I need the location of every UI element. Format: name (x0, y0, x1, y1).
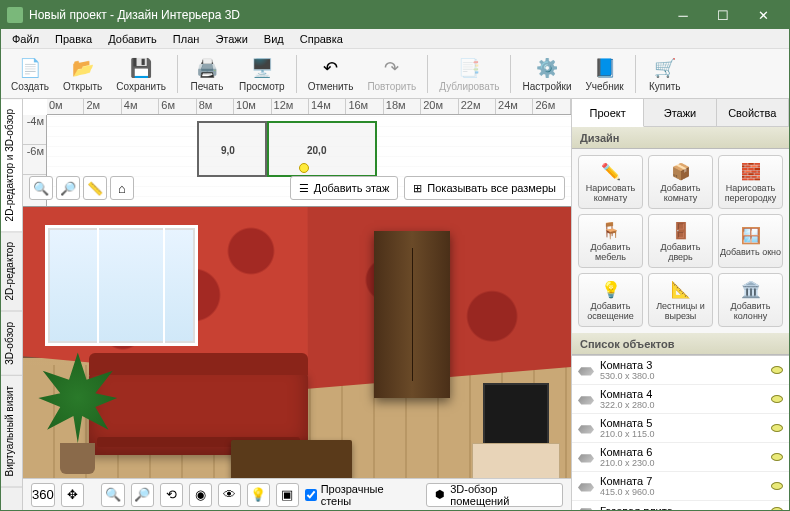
menu-План[interactable]: План (166, 31, 207, 47)
open-button[interactable]: 📂Открыть (57, 51, 108, 97)
table-3d (231, 440, 352, 479)
add-door-button[interactable]: 🚪Добавить дверь (648, 214, 713, 268)
side-tabs: 2D-редактор и 3D-обзор2D-редактор3D-обзо… (1, 99, 23, 510)
dup-icon: 📑 (457, 56, 481, 80)
titlebar: Новый проект - Дизайн Интерьера 3D ─ ☐ ✕ (1, 1, 789, 29)
sidetab-3d[interactable]: 3D-обзор (1, 312, 22, 376)
object-item[interactable]: Комната 4322.0 x 280.0 (572, 385, 789, 414)
show-dimensions-button[interactable]: ⊞Показывать все размеры (404, 176, 565, 200)
app-icon (7, 7, 23, 23)
buy-button[interactable]: 🛒Купить (641, 51, 689, 97)
object-icon (578, 392, 594, 406)
ruler-horizontal: 0м2м4м6м8м10м12м14м16м18м20м22м24м26м (47, 99, 571, 115)
save-button[interactable]: 💾Сохранить (110, 51, 172, 97)
add-light-button[interactable]: 💡Добавить освещение (578, 273, 643, 327)
panel-tab-1[interactable]: Этажи (644, 99, 716, 126)
zoom-out-button[interactable]: 🔎 (56, 176, 80, 200)
visibility-icon[interactable] (771, 482, 783, 490)
redo-icon: ↷ (380, 56, 404, 80)
menubar: ФайлПравкаДобавитьПланЭтажиВидСправка (1, 29, 789, 49)
create-button[interactable]: 📄Создать (5, 51, 55, 97)
maximize-button[interactable]: ☐ (703, 1, 743, 29)
add-floor-button[interactable]: ☰Добавить этаж (290, 176, 398, 200)
object-item[interactable]: Газовая плита (572, 501, 789, 510)
snapshot-button[interactable]: ▣ (276, 483, 299, 507)
tutorial-button[interactable]: 📘Учебник (580, 51, 630, 97)
print-icon: 🖨️ (195, 56, 219, 80)
add-window-icon: 🪟 (740, 224, 762, 246)
walk-button[interactable]: 👁 (218, 483, 241, 507)
preview-icon: 🖥️ (250, 56, 274, 80)
objects-header: Список объектов (572, 333, 789, 355)
room-2[interactable]: 20,0 (267, 121, 377, 177)
draw-room-button[interactable]: ✏️Нарисовать комнату (578, 155, 643, 209)
rotate360-button[interactable]: 360 (31, 483, 55, 507)
visibility-icon[interactable] (771, 424, 783, 432)
zoom-in-3d-button[interactable]: 🔍 (101, 483, 124, 507)
add-room-button[interactable]: 📦Добавить комнату (648, 155, 713, 209)
minimize-button[interactable]: ─ (663, 1, 703, 29)
menu-Добавить[interactable]: Добавить (101, 31, 164, 47)
orbit-button[interactable]: ◉ (189, 483, 212, 507)
reset-view-button[interactable]: ⟲ (160, 483, 183, 507)
object-icon (578, 504, 594, 510)
home-button[interactable]: ⌂ (110, 176, 134, 200)
settings-button[interactable]: ⚙️Настройки (516, 51, 577, 97)
buy-icon: 🛒 (653, 56, 677, 80)
menu-Правка[interactable]: Правка (48, 31, 99, 47)
object-item[interactable]: Комната 3530.0 x 380.0 (572, 356, 789, 385)
print-button[interactable]: 🖨️Печать (183, 51, 231, 97)
pan-button[interactable]: ✥ (61, 483, 84, 507)
window-title: Новый проект - Дизайн Интерьера 3D (29, 8, 663, 22)
visibility-icon[interactable] (771, 453, 783, 461)
design-header: Дизайн (572, 127, 789, 149)
plan-zoom-tools: 🔍 🔎 📏 ⌂ (29, 176, 134, 200)
visibility-icon[interactable] (771, 395, 783, 403)
settings-icon: ⚙️ (535, 56, 559, 80)
stairs-icon: 📐 (670, 278, 692, 300)
zoom-in-button[interactable]: 🔍 (29, 176, 53, 200)
layers-icon: ☰ (299, 182, 309, 195)
marker-icon (299, 163, 309, 173)
object-item[interactable]: Комната 7415.0 x 960.0 (572, 472, 789, 501)
add-furn-button[interactable]: 🪑Добавить мебель (578, 214, 643, 268)
add-window-button[interactable]: 🪟Добавить окно (718, 214, 783, 268)
menu-Файл[interactable]: Файл (5, 31, 46, 47)
light-button[interactable]: 💡 (247, 483, 270, 507)
panel-tab-2[interactable]: Свойства (717, 99, 789, 126)
object-icon (578, 421, 594, 435)
close-button[interactable]: ✕ (743, 1, 783, 29)
tv-3d (483, 383, 549, 450)
sidetab-virt[interactable]: Виртуальный визит (1, 376, 22, 488)
sidetab-both[interactable]: 2D-редактор и 3D-обзор (1, 99, 22, 232)
view-3d[interactable]: 360 ✥ 🔍 🔎 ⟲ ◉ 👁 💡 ▣ Прозрачные стены ⬢3D… (23, 207, 571, 510)
preview-button[interactable]: 🖥️Просмотр (233, 51, 291, 97)
add-column-button[interactable]: 🏛️Добавить колонну (718, 273, 783, 327)
transparent-walls-checkbox[interactable]: Прозрачные стены (305, 483, 413, 507)
visibility-icon[interactable] (771, 366, 783, 374)
undo-icon: ↶ (319, 56, 343, 80)
draw-wall-button[interactable]: 🧱Нарисовать перегородку (718, 155, 783, 209)
visibility-icon[interactable] (771, 507, 783, 510)
stairs-button[interactable]: 📐Лестницы и вырезы (648, 273, 713, 327)
sidetab-2d[interactable]: 2D-редактор (1, 232, 22, 312)
view-3d-toolbar: 360 ✥ 🔍 🔎 ⟲ ◉ 👁 💡 ▣ Прозрачные стены ⬢3D… (23, 478, 571, 510)
menu-Вид[interactable]: Вид (257, 31, 291, 47)
overview-3d-button[interactable]: ⬢3D-обзор помещений (426, 483, 563, 507)
design-grid: ✏️Нарисовать комнату📦Добавить комнату🧱На… (572, 149, 789, 333)
room-1[interactable]: 9,0 (197, 121, 267, 177)
plan-2d[interactable]: 0м2м4м6м8м10м12м14м16м18м20м22м24м26м -4… (23, 99, 571, 207)
object-item[interactable]: Комната 5210.0 x 115.0 (572, 414, 789, 443)
panel-tab-0[interactable]: Проект (572, 99, 644, 127)
add-light-icon: 💡 (600, 278, 622, 300)
object-item[interactable]: Комната 6210.0 x 230.0 (572, 443, 789, 472)
objects-list[interactable]: Комната 3530.0 x 380.0Комната 4322.0 x 2… (572, 355, 789, 510)
menu-Справка[interactable]: Справка (293, 31, 350, 47)
zoom-out-3d-button[interactable]: 🔎 (131, 483, 154, 507)
add-door-icon: 🚪 (670, 219, 692, 241)
add-furn-icon: 🪑 (600, 219, 622, 241)
menu-Этажи[interactable]: Этажи (208, 31, 254, 47)
draw-room-icon: ✏️ (600, 160, 622, 182)
measure-button[interactable]: 📏 (83, 176, 107, 200)
undo-button[interactable]: ↶Отменить (302, 51, 360, 97)
